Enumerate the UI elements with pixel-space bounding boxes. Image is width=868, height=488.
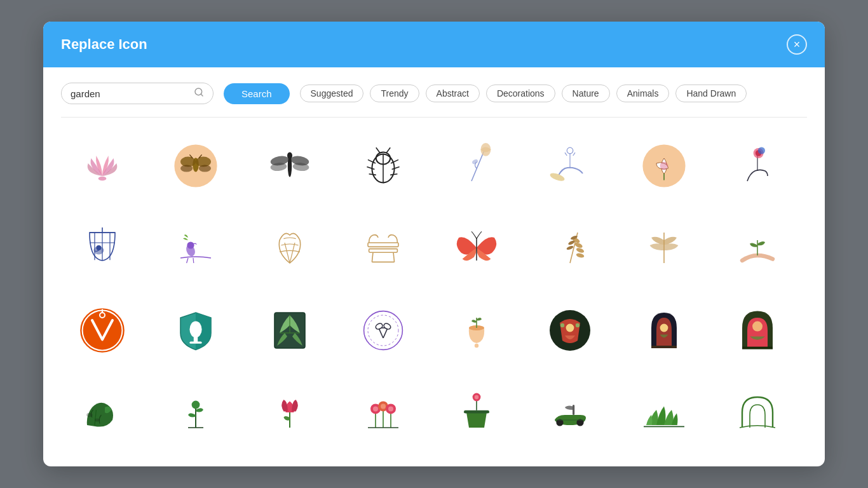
svg-line-26	[376, 147, 380, 153]
filter-nature[interactable]: Nature	[562, 85, 610, 102]
svg-line-33	[565, 152, 567, 156]
icon-garden-flowers[interactable]	[342, 374, 424, 451]
svg-line-53	[187, 258, 188, 263]
svg-rect-56	[369, 249, 397, 253]
divider	[61, 117, 807, 118]
icon-dragonfly[interactable]	[248, 128, 331, 204]
icon-art-circle[interactable]	[529, 292, 611, 369]
svg-point-2	[98, 177, 107, 180]
icon-leaf-outline[interactable]	[248, 210, 331, 286]
svg-rect-77	[190, 341, 202, 343]
svg-line-85	[379, 329, 383, 337]
search-input[interactable]	[71, 88, 194, 99]
filter-abstract[interactable]: Abstract	[426, 85, 480, 102]
modal-header: Replace Icon ×	[43, 22, 825, 67]
icon-wheat[interactable]	[529, 210, 611, 286]
svg-line-58	[393, 252, 395, 262]
svg-point-72	[83, 311, 122, 349]
filter-decorations[interactable]: Decorations	[486, 85, 555, 102]
svg-point-35	[549, 172, 566, 182]
svg-line-27	[386, 147, 390, 153]
svg-point-37	[660, 162, 668, 170]
svg-line-34	[573, 152, 575, 156]
icon-flower-pot[interactable]	[435, 374, 518, 451]
svg-point-113	[388, 406, 393, 411]
modal-overlay[interactable]: Replace Icon × Search Suggested Trendy	[0, 0, 868, 488]
icon-tulip[interactable]	[248, 374, 331, 451]
svg-rect-119	[573, 405, 574, 415]
filter-trendy[interactable]: Trendy	[370, 85, 419, 102]
svg-line-28	[471, 151, 484, 181]
svg-point-92	[560, 323, 564, 327]
svg-point-75	[190, 321, 202, 337]
icon-cup-plant[interactable]	[435, 292, 518, 369]
icon-hand-plant[interactable]	[716, 210, 799, 286]
icon-monstera[interactable]	[61, 374, 144, 451]
close-button[interactable]: ×	[787, 34, 807, 55]
svg-rect-76	[194, 336, 198, 342]
modal-body: Search Suggested Trendy Abstract Decorat…	[43, 67, 825, 466]
icon-orange-v[interactable]	[61, 292, 144, 369]
icon-bird-cage[interactable]	[61, 210, 144, 286]
icon-scissors-circle[interactable]	[342, 292, 424, 369]
icon-grid	[61, 128, 807, 451]
icon-tropical-leaves[interactable]	[248, 292, 331, 369]
icon-shield-spade[interactable]	[154, 292, 237, 369]
svg-rect-55	[368, 243, 398, 247]
icon-rose-circle[interactable]	[623, 128, 705, 204]
icon-rose-stem[interactable]	[435, 128, 518, 204]
svg-point-50	[96, 245, 101, 250]
svg-point-64	[576, 247, 585, 254]
icon-palm-leaf[interactable]	[623, 210, 705, 286]
svg-line-1	[201, 94, 203, 96]
icon-butterfly[interactable]	[435, 210, 518, 286]
svg-line-57	[372, 252, 373, 262]
svg-point-52	[187, 242, 194, 249]
icon-arch-garden[interactable]	[716, 374, 799, 451]
svg-point-95	[660, 323, 668, 332]
search-row: Search Suggested Trendy Abstract Decorat…	[61, 83, 807, 104]
filter-hand-drawn[interactable]: Hand Drawn	[675, 85, 747, 102]
icon-bird-branch[interactable]	[154, 210, 237, 286]
icon-hand-rose[interactable]	[716, 128, 799, 204]
modal-title: Replace Icon	[61, 36, 147, 53]
svg-line-23	[391, 167, 399, 170]
svg-point-80	[363, 311, 402, 349]
icon-bench[interactable]	[342, 210, 424, 286]
icon-grass[interactable]	[623, 374, 705, 451]
svg-point-111	[381, 403, 386, 409]
svg-point-109	[373, 406, 378, 411]
replace-icon-modal: Replace Icon × Search Suggested Trendy	[43, 22, 825, 466]
svg-rect-97	[742, 346, 773, 349]
svg-point-102	[192, 400, 200, 409]
svg-line-86	[383, 329, 387, 337]
icon-art-arch[interactable]	[623, 292, 705, 369]
svg-line-25	[390, 174, 397, 175]
icon-lawn-mower[interactable]	[529, 374, 611, 451]
search-icon	[194, 87, 204, 100]
svg-point-91	[566, 323, 574, 332]
icon-moth-circle[interactable]	[154, 128, 237, 204]
search-button[interactable]: Search	[224, 83, 290, 104]
icon-beetle[interactable]	[342, 128, 424, 204]
icon-hand-flower[interactable]	[529, 128, 611, 204]
svg-point-42	[758, 147, 765, 154]
svg-point-8	[199, 165, 211, 172]
svg-line-22	[367, 167, 374, 170]
filter-tags: Suggested Trendy Abstract Decorations Na…	[300, 85, 747, 102]
svg-rect-94	[651, 346, 677, 348]
search-input-wrap	[61, 83, 214, 104]
icon-plant-sprout[interactable]	[154, 374, 237, 451]
svg-point-89	[475, 343, 478, 347]
svg-point-96	[752, 321, 763, 331]
svg-point-32	[567, 147, 573, 154]
filter-animals[interactable]: Animals	[616, 85, 670, 102]
svg-point-81	[368, 315, 398, 346]
icon-art-arch2[interactable]	[716, 292, 799, 369]
svg-point-7	[180, 165, 193, 172]
svg-point-99	[86, 413, 93, 417]
filter-suggested[interactable]: Suggested	[300, 85, 364, 102]
svg-point-100	[95, 418, 100, 421]
svg-point-118	[475, 395, 478, 399]
icon-lotus[interactable]	[61, 128, 144, 204]
